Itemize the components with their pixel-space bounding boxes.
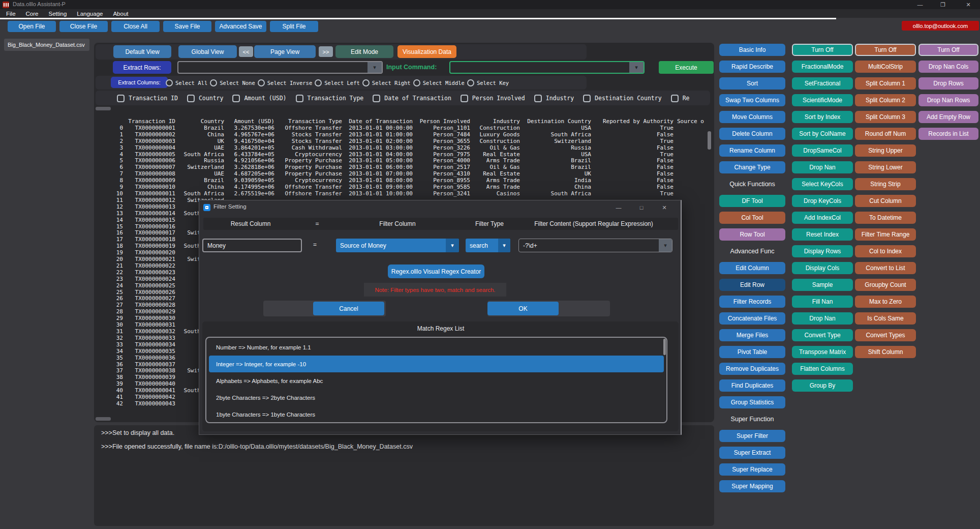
radio-select-key[interactable]: Select Key — [467, 79, 509, 86]
checkbox-country[interactable]: Country — [187, 95, 223, 102]
filter-type-dropdown[interactable]: search ▾ — [466, 239, 510, 252]
regex-list-item[interactable]: 1byte Characters => 1byte Characters — [209, 406, 664, 423]
super-mapping-button[interactable]: Super Mapping — [719, 480, 785, 492]
checkbox-transaction-id[interactable]: Transaction ID — [117, 95, 178, 102]
page-prev-button[interactable]: << — [239, 46, 253, 57]
dialog-close-icon[interactable]: ✕ — [658, 202, 671, 213]
to-datetime-button[interactable]: To Datetime — [855, 212, 916, 224]
regex-list-item[interactable]: 2byte Characters => 2byte Characters — [209, 389, 664, 406]
convert-types-button[interactable]: Convert Types — [855, 329, 916, 341]
menu-setting[interactable]: Setting — [48, 11, 67, 17]
convert-type-button[interactable]: Convert Type — [792, 329, 853, 341]
advanced-save-button[interactable]: Advanced Save — [215, 21, 266, 32]
add-empty-row-button[interactable]: Add Empty Row — [918, 111, 978, 123]
rename-column-button[interactable]: Rename Column — [719, 144, 785, 157]
is-cols-same-button[interactable]: Is Cols Same — [855, 312, 916, 325]
radio-icon[interactable] — [258, 79, 265, 86]
filter-content-combo[interactable]: -?\d+ ▾ — [518, 239, 672, 252]
regex-list-item[interactable]: Number => Number, for example 1.1 — [209, 339, 664, 356]
delete-column-button[interactable]: Delete Column — [719, 128, 785, 140]
flatten-columns-button[interactable]: Flatten Columns — [792, 363, 853, 375]
groupby-count-button[interactable]: Groupby Count — [855, 279, 916, 291]
group-statistics-button[interactable]: Group Statistics — [719, 396, 785, 408]
convert-to-list-button[interactable]: Convert to List — [855, 262, 916, 274]
super-replace-button[interactable]: Super Replace — [719, 463, 785, 476]
string-strip-button[interactable]: String Strip — [855, 178, 916, 190]
global-view-button[interactable]: Global View — [178, 45, 237, 58]
drop-nan-cols-button[interactable]: Drop Nan Cols — [918, 61, 978, 73]
radio-icon[interactable] — [210, 79, 217, 86]
filter-records-button[interactable]: Filter Records — [719, 296, 785, 308]
checkbox-icon[interactable] — [187, 95, 195, 102]
checkbox-icon[interactable] — [117, 95, 125, 102]
hscrollbar-bottom[interactable] — [96, 417, 111, 421]
reset-index-button[interactable]: Reset Index — [792, 228, 853, 241]
extract-columns-button[interactable]: Extract Columns: — [111, 77, 168, 88]
checkbox-transaction-type[interactable]: Transaction Type — [296, 95, 364, 102]
turn-off-button[interactable]: Turn Off — [792, 44, 853, 56]
filter-column-dropdown[interactable]: Source of Money ▾ — [336, 239, 459, 252]
basic-info-button[interactable]: Basic Info — [719, 44, 785, 56]
drop-nan-button[interactable]: Drop Nan — [792, 161, 853, 173]
chevron-down-icon[interactable]: ▾ — [498, 239, 510, 252]
fractionalmode-button[interactable]: FractionalMode — [792, 61, 853, 73]
visual-regex-creator-button[interactable]: Regex.olllo Visual Regex Creator — [388, 264, 484, 278]
close-file-button[interactable]: Close File — [59, 21, 108, 32]
move-columns-button[interactable]: Move Columns — [719, 111, 785, 123]
display-cols-button[interactable]: Display Cols — [792, 262, 853, 274]
super-extract-button[interactable]: Super Extract — [719, 447, 785, 459]
sort-by-index-button[interactable]: Sort by Index — [792, 111, 853, 123]
sort-button[interactable]: Sort — [719, 77, 785, 90]
chevron-down-icon[interactable]: ▾ — [446, 239, 459, 252]
pivot-table-button[interactable]: Pivot Table — [719, 346, 785, 358]
round-off-num-button[interactable]: Round off Num — [855, 128, 916, 140]
drop-nan-rows-button[interactable]: Drop Nan Rows — [918, 94, 978, 106]
radio-icon[interactable] — [467, 79, 474, 86]
checkbox-icon[interactable] — [534, 95, 542, 102]
radio-select-inverse[interactable]: Select Inverse — [258, 79, 313, 86]
radio-select-all[interactable]: Select All — [166, 79, 207, 86]
default-view-button[interactable]: Default View — [113, 45, 171, 58]
minimize-icon[interactable]: — — [912, 0, 928, 9]
radio-select-left[interactable]: Select Left — [315, 79, 360, 86]
regex-list-item[interactable]: Integer => Integer, for example -10 — [209, 356, 664, 372]
chevron-down-icon[interactable]: ▾ — [629, 62, 644, 73]
edit-row-button[interactable]: Edit Row — [719, 279, 785, 291]
list-scrollbar-thumb[interactable] — [663, 339, 666, 355]
hscrollbar-top[interactable] — [96, 107, 111, 110]
checkbox-icon[interactable] — [232, 95, 240, 102]
menu-file[interactable]: File — [6, 11, 16, 17]
change-type-button[interactable]: Change Type — [719, 161, 785, 173]
page-next-button[interactable]: >> — [319, 46, 333, 57]
execute-button[interactable]: Execute — [659, 61, 714, 74]
close-all-button[interactable]: Close All — [111, 21, 160, 32]
visualization-data-button[interactable]: Visualization Data — [397, 45, 456, 58]
page-view-button[interactable]: Page View — [254, 45, 316, 58]
regex-list-item[interactable]: Alphabets => Alphabets, for example Abc — [209, 372, 664, 389]
drop-nan-button[interactable]: Drop Nan — [792, 312, 853, 325]
turn-off-button[interactable]: Turn Off — [918, 44, 978, 56]
account-badge[interactable]: olllo.top@outlook.com — [902, 21, 979, 31]
sidebar-item-open-file[interactable]: Big_Black_Money_Dataset.csv — [4, 39, 89, 51]
checkbox-amount-usd[interactable]: Amount (USD) — [232, 95, 286, 102]
dialog-maximize-icon[interactable]: □ — [635, 202, 648, 213]
edit-column-button[interactable]: Edit Column — [719, 262, 785, 274]
find-duplicates-button[interactable]: Find Duplicates — [719, 379, 785, 392]
checkbox-reported[interactable]: Re — [671, 95, 690, 102]
drop-keycols-button[interactable]: Drop KeyCols — [792, 195, 853, 207]
radio-icon[interactable] — [166, 79, 173, 86]
setfractional-button[interactable]: SetFractional — [792, 77, 853, 90]
super-filter-button[interactable]: Super Filter — [719, 430, 785, 442]
cut-column-button[interactable]: Cut Column — [855, 195, 916, 207]
cancel-button[interactable]: Cancel — [313, 302, 384, 315]
checkbox-destination-country[interactable]: Destination Country — [583, 95, 662, 102]
radio-icon[interactable] — [315, 79, 322, 86]
menu-core[interactable]: Core — [26, 11, 39, 17]
dialog-minimize-icon[interactable]: — — [612, 202, 625, 213]
input-command-combo[interactable]: ▾ — [449, 61, 645, 74]
checkbox-person-involved[interactable]: Person Involved — [461, 95, 525, 102]
concatenate-files-button[interactable]: Concatenate Files — [719, 312, 785, 325]
rapid-describe-button[interactable]: Rapid Describe — [719, 61, 785, 73]
open-file-button[interactable]: Open File — [8, 21, 56, 32]
checkbox-icon[interactable] — [461, 95, 468, 102]
